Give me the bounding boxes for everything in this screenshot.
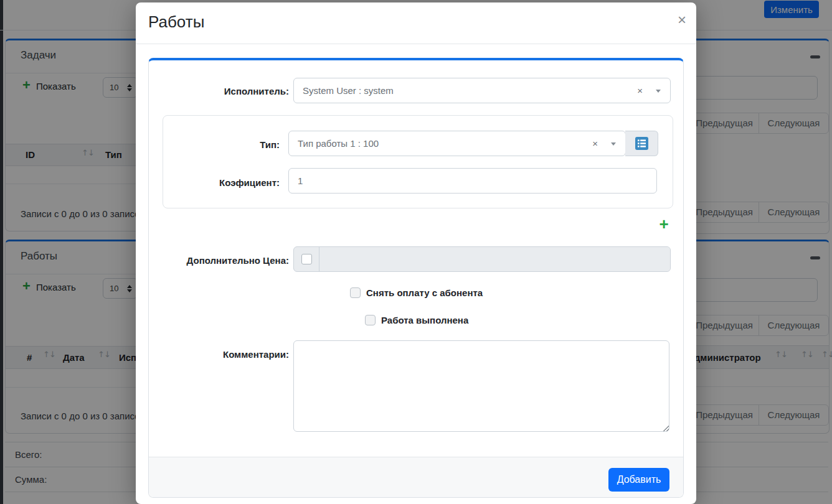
coefficient-label: Коэфициент: — [163, 177, 280, 189]
works-modal: Работы × Исполнитель: System User : syst… — [136, 2, 696, 504]
modal-footer: Добавить — [149, 457, 683, 497]
add-row-button[interactable]: + — [655, 217, 673, 231]
divider — [136, 44, 696, 44]
extra-price-checkbox[interactable] — [301, 254, 312, 264]
charge-subscriber-checkbox[interactable] — [350, 287, 361, 298]
work-type-group: Тип: Тип работы 1 : 100 × Коэфициент: — [163, 115, 673, 208]
executor-select[interactable]: System User : system × — [293, 78, 671, 103]
list-icon — [635, 137, 648, 150]
modal-form-card: Исполнитель: System User : system × Тип:… — [148, 58, 684, 498]
chevron-down-icon[interactable] — [656, 90, 661, 93]
clear-icon[interactable]: × — [637, 78, 643, 103]
work-done-label[interactable]: Работа выполнена — [381, 315, 468, 326]
comments-label: Комментарии: — [149, 348, 289, 361]
coefficient-input[interactable] — [288, 168, 657, 194]
extra-price-addon — [294, 247, 319, 271]
extra-price-label: Дополнительно Цена: — [149, 254, 289, 267]
extra-price-input[interactable] — [319, 247, 670, 271]
work-done-checkbox[interactable] — [365, 315, 376, 325]
extra-price-group — [293, 246, 671, 272]
executor-select-value: System User : system — [303, 78, 394, 103]
charge-subscriber-label[interactable]: Снять оплату с абонента — [366, 287, 483, 299]
comments-textarea[interactable] — [293, 340, 669, 432]
modal-title: Работы — [148, 12, 204, 32]
clear-icon[interactable]: × — [592, 131, 598, 156]
type-select[interactable]: Тип работы 1 : 100 × — [288, 131, 626, 156]
chevron-down-icon[interactable] — [611, 142, 616, 146]
executor-label: Исполнитель: — [149, 85, 289, 98]
type-list-button[interactable] — [625, 131, 658, 156]
close-icon[interactable]: × — [673, 11, 691, 29]
type-label: Тип: — [163, 139, 280, 151]
type-select-value: Тип работы 1 : 100 — [298, 131, 379, 156]
add-button[interactable]: Добавить — [608, 468, 669, 492]
